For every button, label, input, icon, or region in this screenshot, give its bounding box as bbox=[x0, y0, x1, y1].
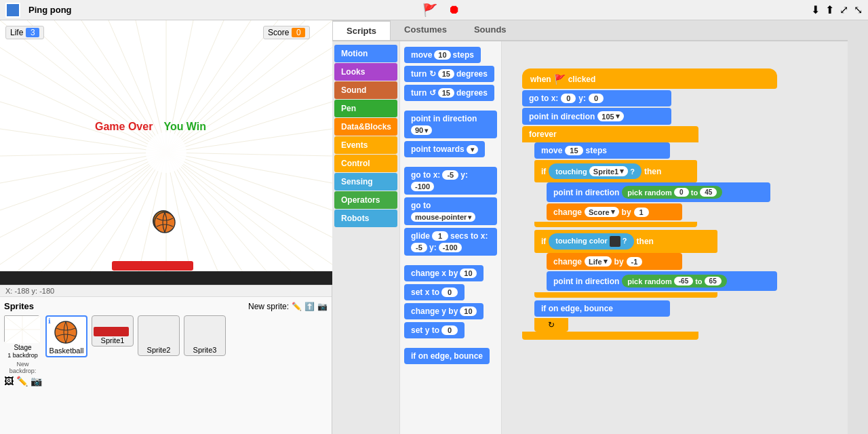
if1-end bbox=[534, 222, 697, 227]
block-edge-bounce[interactable]: if on edge, bounce bbox=[404, 348, 490, 364]
svg-point-57 bbox=[55, 321, 77, 343]
stop-button[interactable]: ⏺ bbox=[448, 3, 460, 18]
paint-backdrop-button[interactable]: 🖼 bbox=[4, 376, 14, 387]
block-pid-random2[interactable]: point in direction pick random -65 to 65 bbox=[547, 271, 777, 291]
category-sensing[interactable]: Sensing bbox=[334, 173, 397, 191]
info-icon[interactable]: ℹ bbox=[48, 317, 51, 325]
category-sound[interactable]: Sound bbox=[334, 81, 397, 99]
block-goto-xy[interactable]: go to x: -5 y: -100 bbox=[404, 167, 497, 195]
sprites-header: Sprites New sprite: ✏️ ⬆️ 📷 bbox=[4, 301, 328, 311]
touching-color-sensing: touching color ? bbox=[549, 233, 633, 250]
sprite-sprite2[interactable]: Sprite2 bbox=[138, 315, 180, 356]
blocks-list: move 10 steps turn ↻ 15 degrees turn ↺ 1… bbox=[400, 41, 501, 434]
editor-tabs: Scripts Costumes Sounds bbox=[332, 20, 848, 41]
score-value: 0 bbox=[292, 28, 305, 37]
rotation-icon-block: ↻ bbox=[534, 318, 568, 332]
app-title: Ping pong bbox=[28, 5, 72, 15]
sprite2-label: Sprite2 bbox=[140, 346, 178, 354]
sprite3-label: Sprite3 bbox=[186, 346, 224, 354]
youwin-text: You Win bbox=[163, 121, 206, 133]
tab-sounds[interactable]: Sounds bbox=[460, 20, 520, 40]
stage-thumbnail[interactable]: Stage 1 backdrop New backdrop: 🖼 ✏️ 📷 bbox=[4, 315, 41, 387]
block-point-direction-script[interactable]: point in direction 105 bbox=[522, 108, 671, 125]
sprite3-thumb-image bbox=[186, 317, 221, 346]
camera-sprite-button[interactable]: 📷 bbox=[317, 302, 328, 311]
script-canvas[interactable]: when 🚩 clicked go to x: 0 y: 0 point in … bbox=[502, 41, 848, 434]
editor-content: Motion Looks Sound Pen Data&Blocks Event… bbox=[332, 41, 848, 434]
hud-container: Life 3 Score 0 bbox=[5, 26, 44, 39]
sprite-basketball[interactable]: ℹ Basketball bbox=[45, 315, 87, 357]
gameover-text: Game Over bbox=[95, 121, 153, 133]
block-when-flag-clicked[interactable]: when 🚩 clicked bbox=[522, 68, 777, 89]
main-layout: Life 3 Score 0 Game Over You Win bbox=[0, 20, 868, 434]
block-forever[interactable]: forever bbox=[522, 126, 698, 142]
block-change-score[interactable]: change Score by 1 bbox=[547, 203, 682, 220]
tab-costumes[interactable]: Costumes bbox=[391, 20, 460, 40]
sprites-panel: Sprites New sprite: ✏️ ⬆️ 📷 bbox=[0, 297, 332, 434]
block-goto-pointer[interactable]: go to mouse-pointer bbox=[404, 197, 497, 225]
block-if-touching[interactable]: if touching Sprite1 ? then bbox=[534, 160, 697, 182]
basketball-label: Basketball bbox=[48, 347, 85, 355]
block-move[interactable]: move 10 steps bbox=[404, 47, 481, 63]
block-set-y[interactable]: set y to 0 bbox=[404, 322, 465, 338]
stage-canvas: Life 3 Score 0 Game Over You Win bbox=[0, 20, 332, 285]
category-operators[interactable]: Operators bbox=[334, 191, 397, 209]
category-motion[interactable]: Motion bbox=[334, 45, 397, 62]
basketball-sprite bbox=[153, 210, 174, 232]
camera-backdrop-button[interactable]: 📷 bbox=[31, 376, 42, 387]
block-edge-bounce-script[interactable]: if on edge, bounce bbox=[534, 300, 670, 317]
random-block-1[interactable]: pick random 0 to 45 bbox=[622, 186, 722, 199]
coords-bar: X: -188 y: -180 bbox=[0, 285, 332, 297]
editor-area: Scripts Costumes Sounds Motion Looks Sou… bbox=[332, 20, 848, 434]
block-pid-random1[interactable]: point in direction pick random 0 to 45 bbox=[547, 182, 770, 202]
block-change-y[interactable]: change y by 10 bbox=[404, 303, 484, 319]
app-icon bbox=[5, 3, 20, 18]
green-flag-button[interactable]: 🚩 bbox=[422, 3, 437, 18]
block-move-script[interactable]: move 15 steps bbox=[534, 142, 670, 159]
upload-sprite-button[interactable]: ⬆️ bbox=[304, 302, 315, 311]
category-data[interactable]: Data&Blocks bbox=[334, 118, 397, 136]
basketball-thumb-image bbox=[48, 318, 83, 347]
paddle-sprite bbox=[112, 261, 193, 271]
sprite-sprite1[interactable]: Sprite1 bbox=[92, 315, 134, 347]
category-looks[interactable]: Looks bbox=[334, 63, 397, 81]
tab-scripts[interactable]: Scripts bbox=[332, 20, 391, 40]
block-set-x[interactable]: set x to 0 bbox=[404, 284, 465, 300]
forever-body: move 15 steps if touching Sprite1 ? then… bbox=[534, 142, 777, 332]
stage-label: Stage 1 backdrop bbox=[4, 344, 41, 359]
category-robots[interactable]: Robots bbox=[334, 210, 397, 227]
block-point-towards[interactable]: point towards bbox=[404, 141, 485, 157]
score-label: Score bbox=[268, 28, 289, 37]
category-pen[interactable]: Pen bbox=[334, 100, 397, 117]
topbar: Ping pong 🚩 ⏺ ⬇ ⬆ ⤢ ⤡ bbox=[0, 0, 868, 20]
upload-backdrop-button[interactable]: ✏️ bbox=[16, 376, 28, 387]
stage-area: Life 3 Score 0 Game Over You Win bbox=[0, 20, 332, 434]
random-block-2[interactable]: pick random -65 to 65 bbox=[622, 275, 726, 288]
block-turn-ccw[interactable]: turn ↺ 15 degrees bbox=[404, 85, 494, 101]
stage-thumb-image bbox=[4, 315, 39, 342]
block-goto-xy-script[interactable]: go to x: 0 y: 0 bbox=[522, 90, 671, 106]
shrink-icon[interactable]: ⤡ bbox=[854, 3, 863, 16]
block-turn-cw[interactable]: turn ↻ 15 degrees bbox=[404, 66, 494, 82]
arrow-down-icon[interactable]: ⬇ bbox=[811, 3, 820, 16]
expand-icon[interactable]: ⤢ bbox=[840, 3, 848, 16]
color-swatch[interactable] bbox=[610, 236, 620, 247]
game-status: Game Over You Win bbox=[95, 121, 206, 133]
sprite2-thumb-image bbox=[140, 317, 175, 346]
block-change-life[interactable]: change Life by -1 bbox=[547, 253, 682, 270]
touching-sensing: touching Sprite1 ? bbox=[549, 163, 642, 179]
block-point-direction[interactable]: point in direction 90 bbox=[404, 111, 497, 138]
if2-end bbox=[534, 292, 717, 298]
sprite-sprite3[interactable]: Sprite3 bbox=[184, 315, 226, 356]
svg-point-47 bbox=[155, 212, 175, 233]
arrow-up-icon[interactable]: ⬆ bbox=[825, 3, 834, 16]
sprite1-thumb-image bbox=[94, 327, 129, 336]
x-label: X: bbox=[5, 287, 14, 295]
paint-sprite-button[interactable]: ✏️ bbox=[292, 302, 302, 311]
category-control[interactable]: Control bbox=[334, 155, 397, 172]
category-events[interactable]: Events bbox=[334, 136, 397, 154]
block-change-x[interactable]: change x by 10 bbox=[404, 265, 484, 281]
script-blocks-container: when 🚩 clicked go to x: 0 y: 0 point in … bbox=[522, 68, 777, 340]
block-glide[interactable]: glide 1 secs to x: -5 y: -100 bbox=[404, 228, 497, 256]
block-if-touching-color[interactable]: if touching color ? then bbox=[534, 230, 717, 253]
